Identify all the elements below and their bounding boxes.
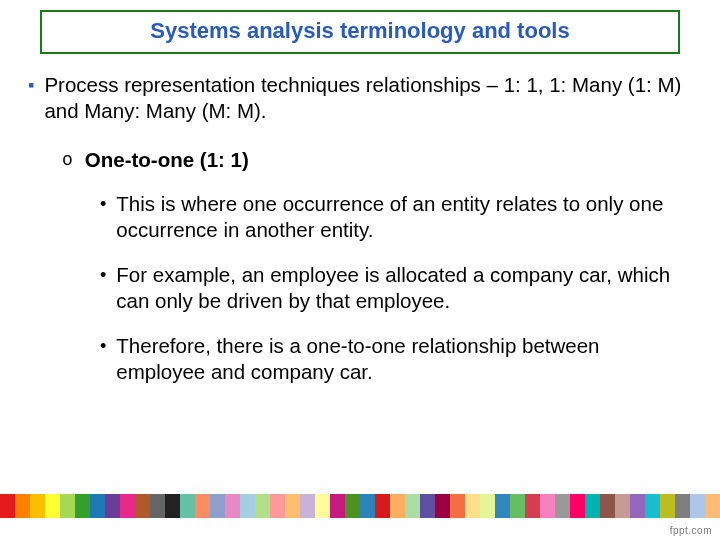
square-bullet-icon: ▪ [28,74,34,97]
bullet-level3: • For example, an employee is allocated … [100,262,672,313]
color-cell [225,494,240,518]
color-cell [645,494,660,518]
bullet-level3: • This is where one occurrence of an ent… [100,191,672,242]
color-cell [705,494,720,518]
color-cell [330,494,345,518]
color-cell [420,494,435,518]
point-text: For example, an employee is allocated a … [116,262,672,313]
color-cell [0,494,15,518]
color-cell [315,494,330,518]
color-cell [390,494,405,518]
color-cell [465,494,480,518]
bullet-level1: ▪ Process representation techniques rela… [28,72,692,123]
color-cell [300,494,315,518]
color-cell [555,494,570,518]
color-cell [435,494,450,518]
body-content: ▪ Process representation techniques rela… [28,72,692,405]
color-cell [690,494,705,518]
sub-heading-text: One-to-one (1: 1) [85,147,692,173]
color-cell [360,494,375,518]
point-text: This is where one occurrence of an entit… [116,191,672,242]
color-cell [375,494,390,518]
color-cell [255,494,270,518]
bullet-level2: o One-to-one (1: 1) [62,147,692,173]
color-cell [75,494,90,518]
color-cell [90,494,105,518]
color-cell [210,494,225,518]
color-cell [165,494,180,518]
color-cell [105,494,120,518]
color-cell [135,494,150,518]
color-cell [510,494,525,518]
color-cell [495,494,510,518]
color-cell [405,494,420,518]
color-cell [525,494,540,518]
color-cell [30,494,45,518]
color-cell [270,494,285,518]
color-cell [480,494,495,518]
footer-logo-text: fppt.com [670,525,712,536]
color-cell [540,494,555,518]
color-cell [240,494,255,518]
color-cell [60,494,75,518]
color-cell [675,494,690,518]
color-cell [450,494,465,518]
color-cell [615,494,630,518]
title-box: Systems analysis terminology and tools [40,10,680,54]
color-cell [570,494,585,518]
color-cell [285,494,300,518]
color-cell [180,494,195,518]
point-text: Therefore, there is a one-to-one relatio… [116,333,672,384]
color-cell [15,494,30,518]
dot-bullet-icon: • [100,193,106,216]
dot-bullet-icon: • [100,264,106,287]
color-cell [150,494,165,518]
color-cell [630,494,645,518]
color-cell [45,494,60,518]
color-cell [345,494,360,518]
color-cell [660,494,675,518]
color-cell [585,494,600,518]
slide: Systems analysis terminology and tools ▪… [0,0,720,540]
dot-bullet-icon: • [100,335,106,358]
decorative-color-strip [0,494,720,518]
bullet-level3: • Therefore, there is a one-to-one relat… [100,333,672,384]
slide-title: Systems analysis terminology and tools [150,18,569,43]
color-cell [120,494,135,518]
circle-bullet-marker: o [62,149,73,172]
main-bullet-text: Process representation techniques relati… [44,72,692,123]
color-cell [600,494,615,518]
color-cell [195,494,210,518]
